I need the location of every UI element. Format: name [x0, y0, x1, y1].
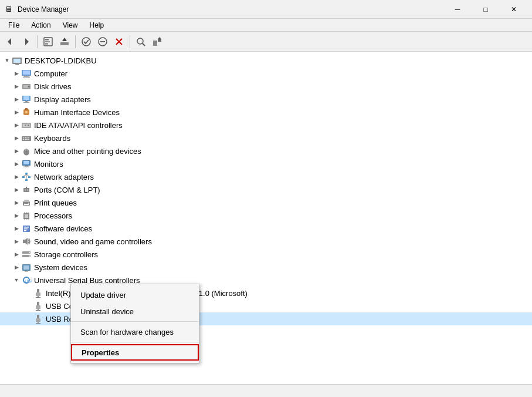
scan-button[interactable] — [133, 34, 148, 49]
svg-rect-6 — [60, 42, 69, 45]
hid-toggle[interactable]: ▶ — [12, 107, 21, 117]
tree-item-mice[interactable]: ▶ Mice and other pointing devices — [0, 144, 532, 157]
storage-toggle[interactable]: ▶ — [12, 250, 21, 259]
svg-rect-100 — [36, 318, 40, 322]
tree-item-software[interactable]: ▶ Software devices — [0, 222, 532, 235]
enable-button[interactable] — [79, 34, 94, 49]
svg-rect-93 — [38, 296, 39, 297]
tree-item-hid[interactable]: ▶ Human Interface Devices — [0, 106, 532, 119]
add-legacy-icon — [152, 36, 162, 47]
hid-icon — [21, 107, 32, 117]
ports-toggle[interactable]: ▶ — [12, 185, 21, 194]
processors-toggle[interactable]: ▶ — [12, 211, 21, 220]
svg-rect-94 — [36, 297, 40, 298]
software-toggle[interactable]: ▶ — [12, 224, 21, 233]
context-uninstall-device[interactable]: Uninstall device — [71, 303, 199, 319]
tree-item-disk-drives[interactable]: ▶ Disk drives — [0, 80, 532, 93]
computer-toggle[interactable]: ▶ — [12, 69, 21, 78]
tree-label-ports: Ports (COM & LPT) — [34, 186, 100, 194]
menu-help[interactable]: Help — [84, 20, 110, 31]
usb-root-icon — [33, 314, 43, 324]
svg-rect-19 — [13, 59, 21, 63]
svg-rect-96 — [36, 305, 40, 309]
svg-rect-20 — [15, 64, 19, 65]
context-update-driver[interactable]: Update driver — [71, 287, 199, 303]
ide-toggle[interactable]: ▶ — [12, 120, 21, 130]
menu-file[interactable]: File — [2, 20, 25, 31]
svg-rect-55 — [22, 176, 25, 178]
svg-rect-88 — [25, 271, 28, 272]
monitor-icon — [21, 159, 32, 169]
svg-line-58 — [23, 174, 26, 176]
svg-point-63 — [27, 190, 28, 191]
system-toggle[interactable]: ▶ — [12, 263, 21, 272]
uninstall-button[interactable] — [111, 34, 127, 49]
toolbar-separator-3 — [130, 35, 130, 48]
svg-point-84 — [29, 252, 30, 253]
minimize-button[interactable]: ─ — [444, 0, 471, 19]
computer-icon — [21, 69, 32, 78]
svg-rect-70 — [25, 214, 28, 218]
tree-item-keyboards[interactable]: ▶ Keyboards — [0, 132, 532, 144]
tree-panel[interactable]: ▼ DESKTOP-LDIDKBU ▶ Compu — [0, 52, 532, 384]
close-button[interactable]: ✕ — [500, 0, 527, 19]
menu-view[interactable]: View — [57, 20, 84, 31]
tree-label-network: Network adapters — [34, 173, 94, 181]
add-legacy-button[interactable] — [150, 34, 165, 49]
disable-button[interactable] — [95, 34, 110, 49]
disk-toggle[interactable]: ▶ — [12, 82, 21, 91]
svg-rect-31 — [23, 102, 29, 103]
scan-icon — [135, 36, 146, 47]
svg-line-14 — [143, 43, 145, 46]
svg-rect-51 — [23, 161, 29, 164]
maximize-button[interactable]: □ — [472, 0, 499, 19]
sound-toggle[interactable]: ▶ — [12, 237, 21, 246]
display-toggle[interactable]: ▶ — [12, 95, 21, 104]
svg-rect-57 — [25, 179, 28, 181]
tree-item-network[interactable]: ▶ Network adapters — [0, 170, 532, 183]
mice-toggle[interactable]: ▶ — [12, 146, 21, 156]
keyboard-icon — [21, 133, 32, 143]
tree-label-sound: Sound, video and game controllers — [34, 237, 152, 246]
tree-item-system[interactable]: ▶ System devices — [0, 261, 532, 274]
monitors-toggle[interactable]: ▶ — [12, 159, 21, 169]
app-icon: 🖥 — [5, 5, 14, 14]
tree-item-monitors[interactable]: ▶ Monitors — [0, 157, 532, 170]
print-toggle[interactable]: ▶ — [12, 198, 21, 207]
tree-item-storage[interactable]: ▶ Storage controllers — [0, 248, 532, 261]
tree-label-mice: Mice and other pointing devices — [34, 147, 141, 156]
print-icon — [21, 198, 32, 207]
svg-point-27 — [28, 86, 30, 88]
tree-item-display[interactable]: ▶ Display adapters — [0, 93, 532, 106]
tree-item-ide[interactable]: ▶ IDE ATA/ATAPI controllers — [0, 119, 532, 132]
disable-icon — [97, 36, 108, 47]
svg-rect-43 — [28, 137, 29, 139]
tree-root[interactable]: ▼ DESKTOP-LDIDKBU — [0, 54, 532, 67]
tree-item-print[interactable]: ▶ Print queues — [0, 196, 532, 209]
svg-point-85 — [29, 255, 30, 257]
back-button[interactable] — [2, 34, 18, 49]
forward-button[interactable] — [19, 34, 34, 49]
tree-item-sound[interactable]: ▶ Sound, video and game controllers — [0, 235, 532, 248]
tree-item-computer[interactable]: ▶ Computer — [0, 67, 532, 80]
keyboards-toggle[interactable]: ▶ — [12, 133, 21, 143]
usb-toggle[interactable]: ▼ — [12, 275, 21, 285]
properties-button[interactable] — [40, 34, 56, 49]
update-driver-button[interactable] — [57, 34, 72, 49]
disk-icon — [21, 82, 32, 91]
root-toggle[interactable]: ▼ — [2, 56, 12, 65]
svg-rect-5 — [45, 43, 48, 45]
storage-icon — [21, 250, 32, 259]
mouse-icon — [21, 146, 32, 156]
svg-rect-22 — [23, 70, 30, 75]
context-properties[interactable]: Properties — [71, 344, 199, 361]
tree-item-ports[interactable]: ▶ Ports (COM & LPT) — [0, 183, 532, 196]
svg-rect-52 — [25, 166, 28, 167]
tree-item-processors[interactable]: ▶ Processors — [0, 209, 532, 222]
svg-rect-23 — [24, 76, 29, 77]
uninstall-icon — [114, 36, 124, 47]
tree-label-system: System devices — [34, 263, 87, 272]
network-toggle[interactable]: ▶ — [12, 172, 21, 181]
context-scan-hardware[interactable]: Scan for hardware changes — [71, 324, 199, 340]
menu-action[interactable]: Action — [25, 20, 56, 31]
